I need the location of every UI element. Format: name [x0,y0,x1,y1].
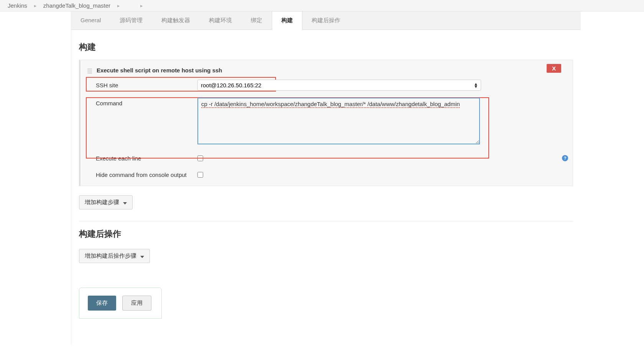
chevron-down-icon [123,202,127,204]
hide-command-label: Hide command from console output [87,172,197,178]
tab-triggers[interactable]: 构建触发器 [152,11,200,29]
breadcrumb-jenkins[interactable]: Jenkins [8,2,27,9]
execute-each-line-label: Execute each line [87,155,197,162]
chevron-right-icon: ▸ [34,3,36,8]
hide-command-checkbox[interactable] [197,172,203,178]
command-label: Command [87,98,197,106]
build-step-title: Execute shell script on remote host usin… [97,67,222,74]
tab-environment[interactable]: 构建环境 [200,11,242,29]
add-build-step-button[interactable]: 增加构建步骤 [79,195,133,209]
command-textarea[interactable]: cp -r /data/jenkins_home/workspace/zhang… [197,98,480,144]
section-divider [79,221,573,221]
footer-actions: 保存 应用 [79,288,162,319]
section-title-postbuild: 构建后操作 [79,228,573,240]
sshsite-select[interactable]: root@120.26.50.165:22 [197,80,481,91]
execute-each-line-checkbox[interactable] [197,155,203,161]
drag-handle-icon[interactable] [87,68,92,74]
breadcrumb: Jenkins ▸ zhangdeTalk_blog_master ▸ ▸ [0,0,644,11]
section-title-build: 构建 [79,41,573,53]
tab-general[interactable]: General [71,11,110,29]
apply-button[interactable]: 应用 [122,296,151,311]
tab-bindings[interactable]: 绑定 [242,11,272,29]
add-build-step-label: 增加构建步骤 [85,199,119,206]
chevron-right-icon: ▸ [117,3,120,8]
delete-build-step-button[interactable]: X [547,64,561,73]
chevron-right-icon: ▸ [140,3,143,8]
build-step-ssh-exec: X Execute shell script on remote host us… [79,60,573,186]
tab-build[interactable]: 构建 [272,11,302,30]
breadcrumb-project[interactable]: zhangdeTalk_blog_master [43,2,110,9]
config-tabs: General 源码管理 构建触发器 构建环境 绑定 构建 构建后操作 [71,11,581,30]
chevron-down-icon [140,256,144,258]
add-postbuild-step-label: 增加构建后操作步骤 [85,252,136,260]
add-postbuild-step-button[interactable]: 增加构建后操作步骤 [79,249,150,263]
save-button[interactable]: 保存 [88,296,116,311]
tab-scm[interactable]: 源码管理 [110,11,152,29]
help-icon[interactable]: ? [562,155,568,161]
tab-postbuild[interactable]: 构建后操作 [302,11,350,29]
sshsite-label: SSH site [87,80,197,88]
